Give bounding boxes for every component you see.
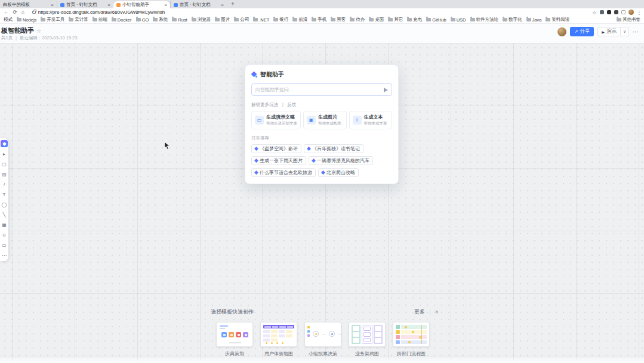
folder-icon: [470, 18, 475, 21]
select-tool-icon[interactable]: ▸: [1, 150, 8, 157]
template-tool-icon[interactable]: ▤: [1, 170, 8, 178]
suggestion-chip[interactable]: 一辆赛博朋克风格的汽车: [309, 156, 373, 165]
tab-close-icon[interactable]: ×: [107, 2, 110, 8]
close-icon[interactable]: ×: [435, 309, 439, 315]
user-avatar[interactable]: [557, 27, 566, 36]
template-card-celebration[interactable]: 庆典策划: [216, 322, 253, 357]
template-row: 庆典策划 用户体验地图 小组投票决策 业务架构图: [216, 322, 430, 357]
bookmark-item[interactable]: USD: [451, 17, 466, 23]
refresh-icon[interactable]: ⟳: [13, 8, 17, 16]
capability-title: 生成文本: [364, 114, 387, 120]
frame-tool-icon[interactable]: ▭: [1, 241, 8, 249]
suggestion-chip[interactable]: 《盗梦空间》影评: [251, 144, 301, 153]
folder-icon: [451, 18, 455, 21]
bookmark-item[interactable]: 图片: [215, 17, 230, 23]
bookmark-item[interactable]: Nodejs: [17, 17, 36, 23]
home-icon[interactable]: ⌂: [21, 8, 24, 16]
favorite-star-icon[interactable]: ☆: [36, 28, 41, 34]
more-tools-icon[interactable]: ⋯: [1, 252, 8, 259]
bookmark-item[interactable]: Rust: [172, 17, 187, 23]
text-tool-icon[interactable]: T: [1, 191, 8, 198]
send-icon[interactable]: [384, 88, 388, 92]
new-tab-button[interactable]: +: [231, 0, 235, 8]
shape-tool-icon[interactable]: ◯: [1, 201, 8, 208]
folder-icon: [153, 18, 158, 21]
bookmark-item[interactable]: 公司: [234, 17, 249, 23]
bookmark-item[interactable]: 数字化: [503, 17, 522, 23]
browser-profile-avatar[interactable]: [628, 10, 634, 15]
bookmark-item[interactable]: 充电: [407, 17, 422, 23]
present-main[interactable]: ▶ 演示: [598, 28, 620, 35]
extension-icon[interactable]: [607, 10, 611, 14]
bookmark-item[interactable]: 手机: [312, 17, 326, 23]
bookmark-item[interactable]: 前沿: [292, 17, 307, 23]
bookmark-item[interactable]: 软件方法论: [470, 17, 499, 23]
bookmark-item[interactable]: 模式: [4, 17, 13, 23]
url-text[interactable]: https://pre-docs.dingtalk.com/draw/680vv…: [38, 10, 165, 15]
template-label: 业务架构图: [355, 350, 379, 357]
address-bar-right: ☆ ⋮: [592, 8, 642, 16]
extension-icon[interactable]: [621, 10, 625, 14]
suggestion-chip[interactable]: 生成一张下雨天图片: [251, 156, 306, 165]
bookmark-item[interactable]: .NET: [253, 17, 269, 23]
feedback-link[interactable]: 反馈: [287, 102, 296, 108]
template-label: 庆典策划: [225, 350, 244, 357]
template-card-flowchart[interactable]: 跨部门流程图: [393, 322, 430, 357]
tab-close-icon[interactable]: ×: [51, 2, 54, 8]
more-templates-link[interactable]: 更多: [414, 308, 425, 316]
bookmark-item[interactable]: 待办: [350, 17, 365, 23]
bookmark-item[interactable]: GO: [136, 17, 149, 23]
prompt-input[interactable]: [255, 87, 381, 92]
ai-assistant-tool[interactable]: [1, 140, 8, 147]
back-icon[interactable]: ←: [4, 8, 9, 16]
sticky-note-tool-icon[interactable]: ▢: [1, 160, 8, 167]
bookmark-star-icon[interactable]: ☆: [592, 10, 597, 15]
tab-close-icon[interactable]: ×: [164, 2, 167, 8]
bookmark-item[interactable]: 桌面: [369, 17, 384, 23]
tab-close-icon[interactable]: ×: [221, 2, 224, 8]
image-tool-icon[interactable]: ▦: [1, 221, 8, 228]
template-card-journey-map[interactable]: 用户体验地图: [260, 322, 297, 357]
extension-icon[interactable]: [600, 10, 604, 14]
bookmark-item[interactable]: 银行: [273, 17, 288, 23]
present-button[interactable]: ▶ 演示 ∨: [597, 27, 629, 36]
extension-icon[interactable]: [614, 10, 618, 14]
emoji-tool-icon[interactable]: ☺: [1, 231, 8, 238]
pen-tool-icon[interactable]: /: [1, 181, 8, 188]
other-bookmarks[interactable]: 其他书签: [617, 17, 640, 23]
capability-card-image[interactable]: ▣ 生成图片 帮你生成配图: [303, 111, 347, 129]
bookmark-label: 桌面: [375, 17, 384, 23]
suggestion-chip[interactable]: 什么季节适合去北欧旅游: [251, 168, 316, 177]
template-card-architecture[interactable]: 业务架构图: [349, 322, 386, 357]
tab-label: 白板中的模板: [3, 2, 49, 8]
template-card-voting[interactable]: 小组投票决策: [304, 322, 341, 357]
browser-tab-2[interactable]: 首页 · 钉钉文档 ×: [57, 1, 113, 8]
bookmark-item[interactable]: 前端: [93, 17, 107, 23]
connector-tool-icon[interactable]: ╲: [1, 211, 8, 218]
chevron-down-icon[interactable]: ∨: [620, 27, 628, 36]
bookmark-item[interactable]: 黑客: [331, 17, 346, 23]
suggestion-chip[interactable]: 北京爬山攻略: [318, 168, 359, 177]
browser-tab-3-active[interactable]: 小钉智能助手 ×: [113, 1, 170, 8]
capability-card-slides[interactable]: ▭ 生成演示文稿 帮你出谋策划文案: [251, 111, 301, 129]
bookmark-item[interactable]: Docker: [112, 17, 132, 23]
suggestion-chip[interactable]: 《百年孤独》读书笔记: [304, 144, 363, 153]
browser-menu-icon[interactable]: ⋮: [637, 10, 642, 15]
template-thumbnail: [393, 322, 430, 347]
header-more-button[interactable]: ⋯: [633, 29, 639, 35]
bookmark-item[interactable]: 云计算: [69, 17, 88, 23]
bookmark-item[interactable]: 其它: [388, 17, 403, 23]
template-label: 跨部门流程图: [397, 350, 426, 357]
browser-tab-1[interactable]: 白板中的模板 ×: [0, 1, 57, 8]
bookmark-item[interactable]: 资料阅读: [546, 17, 569, 23]
bookmark-item[interactable]: 系统: [153, 17, 168, 23]
bookmark-label: GitHub: [432, 17, 446, 23]
bookmark-item[interactable]: GitHub: [426, 17, 446, 23]
share-button[interactable]: ↗ 分享: [570, 27, 594, 36]
bookmark-item[interactable]: 开发工具: [41, 17, 64, 23]
bookmark-label: 开发工具: [47, 17, 64, 23]
browser-tab-4[interactable]: 首页 · 钉钉文档 ×: [170, 1, 227, 8]
bookmark-item[interactable]: 浏览器: [192, 17, 211, 23]
capability-card-text[interactable]: T 生成文本 帮你生成文案: [349, 111, 393, 129]
bookmark-item[interactable]: Java: [526, 17, 542, 23]
